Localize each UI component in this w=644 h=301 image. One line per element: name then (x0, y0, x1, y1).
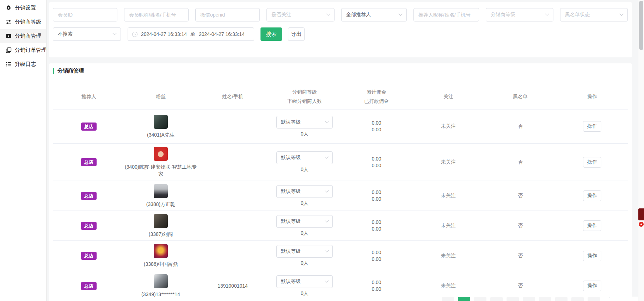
pagination-page[interactable] (555, 297, 568, 301)
search-button[interactable]: 搜索 (260, 27, 282, 41)
commission-total: 0.00 (372, 219, 381, 226)
search-mode-select[interactable]: 不搜索 (53, 27, 121, 41)
follow-status: 未关注 (412, 283, 484, 289)
member-name-input[interactable] (129, 12, 184, 18)
commission-paid: 0.00 (372, 162, 381, 169)
chevron-down-icon (326, 12, 330, 16)
referrer-badge: 总店 (81, 282, 97, 290)
follow-status-placeholder: 是否关注 (271, 12, 291, 18)
fan-avatar (154, 274, 168, 288)
fan-name: (3349)13*******14 (141, 291, 180, 298)
pagination-page[interactable] (539, 297, 551, 301)
floating-side-widget[interactable] (638, 208, 644, 229)
export-button[interactable]: 导出 (288, 27, 305, 41)
date-range-picker[interactable]: 2024-04-27 16:33:14 至 2024-04-27 16:33:1… (128, 27, 254, 41)
wechat-openid-input[interactable] (200, 12, 255, 18)
pagination-page[interactable] (474, 297, 486, 301)
blacklist-status-select[interactable]: 黑名单状态 (560, 8, 628, 21)
row-action-button[interactable]: 操作 (583, 220, 601, 231)
follow-status-select[interactable]: 是否关注 (266, 8, 335, 21)
col-level: 分销商等级 下级分销商人数 (269, 87, 341, 106)
follow-status: 未关注 (412, 253, 484, 259)
date-range-start: 2024-04-27 16:33:14 (141, 31, 187, 37)
table-row: 总店 (3400)陈霞-建安物联-智慧工地专家 默认等级 0人 0.00 0.0… (53, 143, 628, 181)
chevron-down-icon (325, 249, 329, 252)
row-action-button[interactable]: 操作 (583, 121, 601, 132)
level-select[interactable]: 默认等级 (276, 116, 333, 128)
side-widget-red-dot-icon (639, 222, 644, 227)
level-select[interactable]: 默认等级 (276, 245, 333, 258)
blacklist-status: 否 (484, 222, 556, 229)
sidebar-item-label: 分销订单管理 (15, 47, 47, 54)
side-widget-tab[interactable] (638, 208, 644, 220)
row-action-button[interactable]: 操作 (583, 157, 601, 168)
filter-row-1: 是否关注 全部推荐人 分销商等级 黑名单状态 (53, 8, 628, 21)
commission-paid: 0.00 (372, 196, 381, 202)
fan-avatar (154, 184, 168, 198)
table-row: 总店 (3401)A先生 默认等级 0人 0.00 0.00 未关注 否 操作 (53, 109, 628, 143)
row-action-button[interactable]: 操作 (583, 190, 601, 201)
pagination (442, 297, 644, 301)
filter-row-2: 不搜索 2024-04-27 16:33:14 至 2024-04-27 16:… (53, 27, 305, 41)
sidebar-item-distributor-level[interactable]: 分销商等级 (0, 15, 46, 29)
blacklist-status: 否 (484, 123, 556, 130)
table-row: 总店 (3349)13*******14 13910001014 默认等级 0人… (53, 271, 628, 301)
pagination-page[interactable] (490, 297, 503, 301)
date-range-separator: 至 (190, 31, 195, 37)
blacklist-status: 否 (484, 193, 556, 199)
copy-icon (5, 47, 12, 53)
page-scrollbar-thumb[interactable] (639, 1, 643, 50)
pagination-page[interactable] (507, 297, 519, 301)
sidebar-item-distribution-settings[interactable]: 分销设置 (0, 1, 46, 15)
row-action-button[interactable]: 操作 (583, 251, 601, 261)
commission-paid: 0.00 (372, 226, 381, 232)
commission-total: 0.00 (372, 279, 381, 286)
sidebar-item-upgrade-log[interactable]: 升级日志 (0, 57, 46, 71)
commission-total: 0.00 (372, 156, 381, 162)
pagination-prev[interactable] (442, 297, 454, 301)
chevron-down-icon (112, 31, 116, 35)
chevron-down-icon (325, 155, 329, 159)
referrer-badge: 总店 (81, 192, 97, 200)
wechat-openid-input-wrap (195, 8, 260, 21)
referrer-name-input[interactable] (418, 12, 474, 18)
page-scrollbar-track[interactable] (638, 0, 644, 301)
search-mode-value: 不搜索 (58, 31, 73, 37)
pagination-page[interactable] (571, 297, 584, 301)
member-id-input[interactable] (58, 12, 112, 18)
accent-bar (53, 68, 54, 74)
chevron-down-icon (325, 218, 329, 222)
level-select[interactable]: 默认等级 (276, 275, 333, 288)
level-select[interactable]: 默认等级 (276, 215, 333, 228)
pagination-next[interactable] (588, 297, 600, 301)
level-select[interactable]: 默认等级 (276, 151, 333, 164)
pagination-page-active[interactable] (458, 297, 470, 301)
referrer-select[interactable]: 全部推荐人 (341, 8, 407, 21)
follow-status: 未关注 (412, 193, 484, 199)
referrer-badge: 总店 (81, 123, 97, 131)
distributor-management-panel: 分销商管理 推荐人 粉丝 姓名/手机 分销商等级 下级分销商人数 累计佣金 已打… (49, 63, 632, 301)
fan-name: (3400)陈霞-建安物联-智慧工地专家 (125, 163, 197, 177)
commission-total: 0.00 (372, 120, 381, 126)
row-action-button[interactable]: 操作 (583, 281, 601, 291)
filter-panel: 是否关注 全部推荐人 分销商等级 黑名单状态 不搜索 2024-04-27 16… (49, 2, 632, 57)
fan-avatar (154, 214, 168, 228)
sub-distributor-count: 0人 (301, 200, 308, 207)
sidebar-item-label: 分销设置 (15, 5, 36, 11)
sidebar-item-distribution-orders[interactable]: 分销订单管理 (0, 43, 46, 57)
referrer-select-value: 全部推荐人 (346, 12, 371, 18)
distributor-level-placeholder: 分销商等级 (491, 12, 515, 18)
referrer-badge: 总店 (81, 222, 97, 230)
pagination-page[interactable] (523, 297, 535, 301)
level-select[interactable]: 默认等级 (276, 185, 333, 198)
referrer-name-input-wrap (413, 8, 479, 21)
sidebar-item-distributor-management[interactable]: 分销商管理 (0, 29, 46, 43)
list-icon (5, 61, 12, 67)
blacklist-status: 否 (484, 159, 556, 165)
referrer-badge: 总店 (81, 158, 97, 166)
sub-distributor-count: 0人 (301, 131, 308, 137)
chevron-down-icon (325, 278, 329, 282)
follow-status: 未关注 (412, 159, 484, 165)
col-fans: 粉丝 (125, 92, 197, 101)
distributor-level-select[interactable]: 分销商等级 (486, 8, 553, 21)
